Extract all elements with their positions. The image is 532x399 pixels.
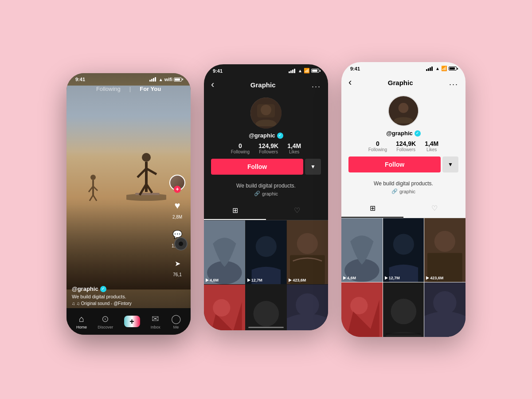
liked-tab-light[interactable]: ♡ [403, 200, 466, 218]
followers-stat-dark: 124,9K Followers [258, 142, 278, 154]
create-btn[interactable]: + [124, 316, 140, 327]
profile-header-dark: ‹ Graphic ... [204, 75, 328, 94]
back-button-light[interactable]: ‹ [348, 77, 352, 88]
feed-bottom-info: @graphic ✓ We build digital products. ♫ … [72, 286, 164, 306]
video-thumb-6-light[interactable]: 4,6M [424, 282, 466, 337]
follow-row-light: Follow ▼ [348, 156, 458, 172]
phone-profile-light: 9:41 ▲ 📶 ‹ Graphic ... [341, 62, 466, 337]
video-thumb-3-light[interactable]: 423,6M [424, 218, 466, 282]
dropdown-button-light[interactable]: ▼ [442, 156, 458, 172]
followers-count-dark: 124,9K [258, 142, 278, 149]
following-count-dark: 0 [239, 142, 242, 149]
followers-label-light: Followers [396, 147, 415, 152]
video-thumb-1-light[interactable]: 4,6M [341, 218, 383, 282]
bio-section-dark: We build digital products. 🔗 graphic [204, 179, 328, 198]
nav-me[interactable]: ◯ Me [171, 313, 181, 329]
video-thumb-2-dark[interactable]: 12,7M [246, 220, 287, 284]
inbox-label: Inbox [151, 325, 160, 329]
nav-discover[interactable]: ⊙ Discover [98, 313, 113, 329]
profile-avatar-container-dark [204, 98, 328, 129]
dropdown-button-dark[interactable]: ▼ [305, 159, 321, 175]
video-thumb-4-dark[interactable]: 12,7M [204, 285, 245, 330]
status-time-dark: 9:41 [213, 68, 223, 74]
nav-divider: | [129, 86, 131, 92]
profile-title-light: Graphic [388, 79, 413, 86]
svg-point-27 [253, 301, 279, 327]
svg-point-25 [213, 299, 230, 317]
follow-button-light[interactable]: Follow [348, 156, 441, 172]
video-thumb-5-dark[interactable]: 423,6M [246, 285, 287, 330]
likes-count-dark: 1,4M [287, 142, 301, 149]
video-thumb-4-light[interactable]: 12,7M [341, 282, 383, 337]
home-label: Home [76, 325, 87, 329]
profile-avatar-container-light [341, 95, 466, 126]
avatar-action[interactable]: + [169, 175, 185, 191]
grid-tab-dark[interactable]: ⊞ [204, 202, 266, 220]
video-thumb-5-light[interactable]: 423,6M [383, 282, 424, 337]
video-grid-light: 4,6M 12,7M [341, 218, 466, 337]
status-bar: 9:41 ▲ wifi [66, 73, 191, 84]
profile-avatar-dark [250, 98, 282, 129]
nav-inbox[interactable]: ✉ Inbox [151, 313, 160, 329]
inbox-icon: ✉ [152, 313, 159, 324]
link-icon-light: 🔗 [391, 188, 398, 194]
stats-row-light: 0 Following 124,9K Followers 1,4M Likes [341, 140, 466, 152]
follow-plus[interactable]: + [174, 186, 181, 193]
video-thumb-6-dark[interactable]: 4,6M [287, 285, 328, 330]
following-count-light: 0 [376, 140, 379, 147]
nav-home[interactable]: ⌂ Home [76, 314, 87, 329]
followers-count-light: 124,9K [396, 140, 416, 147]
follow-button-dark[interactable]: Follow [211, 159, 303, 175]
verified-badge-light: ✓ [415, 130, 421, 137]
svg-point-44 [433, 291, 456, 314]
share-action[interactable]: ➤ 76,1 [169, 255, 185, 277]
for-you-tab[interactable]: For You [140, 86, 161, 92]
svg-rect-16 [257, 104, 275, 117]
share-count: 76,1 [173, 272, 181, 277]
phone-feed: 9:41 ▲ wifi Following | For You + ♥ 2,8M [66, 73, 191, 335]
verified-badge-dark: ✓ [277, 133, 283, 139]
bio-link-dark[interactable]: 🔗 graphic [211, 191, 321, 196]
profile-avatar-light [388, 95, 419, 126]
likes-label-dark: Likes [289, 149, 299, 154]
feed-actions: + ♥ 2,8M 💬 11,0K ➤ 76,1 [169, 175, 185, 277]
feed-username: @graphic ✓ [72, 286, 164, 292]
like-action[interactable]: ♥ 2,8M [169, 198, 185, 219]
video-count-3-dark: 423,6M [289, 278, 306, 282]
likes-label-light: Likes [426, 147, 437, 152]
likes-count-light: 1,4M [425, 140, 438, 147]
more-button-light[interactable]: ... [449, 78, 458, 87]
more-button-dark[interactable]: ... [312, 80, 321, 90]
phone-profile-dark: 9:41 ▲ 📶 ‹ Graphic ... [204, 64, 328, 330]
video-count-2-light: 12,7M [385, 276, 400, 280]
status-time-light: 9:41 [350, 66, 360, 71]
profile-header-light: ‹ Graphic ... [341, 73, 466, 92]
signal-icons-dark: ▲ 📶 [289, 68, 319, 74]
svg-point-42 [391, 299, 416, 325]
bio-link-light[interactable]: 🔗 graphic [348, 188, 458, 194]
status-time: 9:41 [75, 77, 85, 82]
likes-stat-light: 1,4M Likes [425, 140, 438, 152]
svg-point-40 [350, 297, 368, 314]
svg-point-29 [296, 293, 319, 317]
video-thumb-1-dark[interactable]: 4,6M [204, 220, 245, 284]
following-label-light: Following [368, 147, 387, 152]
home-indicator-dark [248, 327, 284, 328]
profile-handle-dark: @graphic ✓ [204, 132, 328, 139]
video-thumb-3-dark[interactable]: 423,6M [287, 220, 328, 284]
tabs-row-light: ⊞ ♡ [341, 200, 466, 218]
nav-create[interactable]: + [124, 316, 140, 327]
svg-point-38 [434, 231, 455, 252]
liked-tab-dark[interactable]: ♡ [266, 202, 328, 220]
following-tab[interactable]: Following [96, 86, 121, 92]
home-indicator-light [386, 333, 421, 335]
video-thumb-2-light[interactable]: 12,7M [383, 218, 424, 282]
likes-stat-dark: 1,4M Likes [287, 142, 301, 154]
svg-point-20 [255, 236, 276, 257]
video-count-1-dark: 4,6M [206, 278, 219, 282]
followers-label-dark: Followers [259, 149, 278, 154]
grid-tab-light[interactable]: ⊞ [341, 200, 403, 218]
status-bar-dark: 9:41 ▲ 📶 [204, 64, 328, 75]
back-button-dark[interactable]: ‹ [211, 79, 214, 90]
profile-title-dark: Graphic [250, 81, 276, 89]
